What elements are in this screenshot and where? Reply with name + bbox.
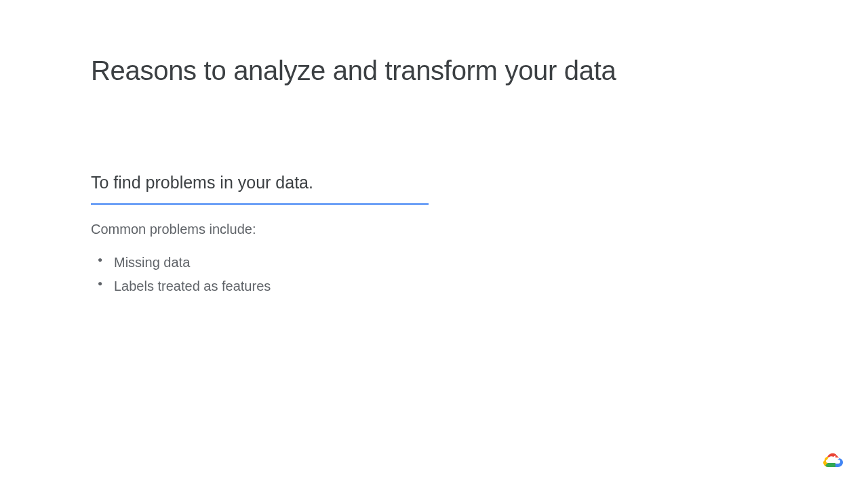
slide-title: Reasons to analyze and transform your da… [91, 56, 616, 86]
bullet-list: Missing data Labels treated as features [98, 251, 271, 298]
slide-subtitle: To find problems in your data. [91, 173, 313, 192]
list-item: Missing data [98, 251, 271, 274]
subtitle-underline [91, 203, 429, 205]
google-cloud-logo-icon [822, 451, 844, 469]
list-item: Labels treated as features [98, 274, 271, 298]
intro-text: Common problems include: [91, 222, 256, 237]
